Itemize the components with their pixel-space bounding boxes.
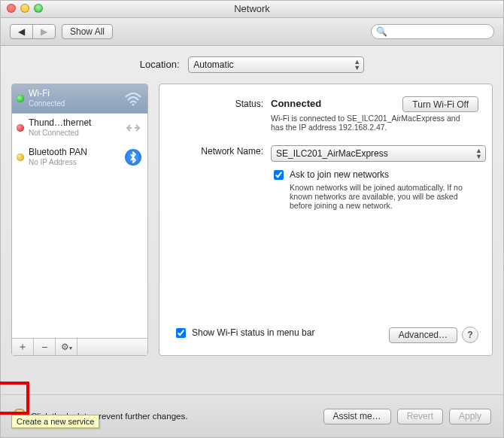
toolbar: ◀ ▶ Show All 🔍 bbox=[1, 18, 503, 46]
show-all-button[interactable]: Show All bbox=[62, 24, 113, 39]
network-name-label: Network Name: bbox=[173, 145, 263, 210]
wifi-icon bbox=[123, 89, 143, 108]
bluetooth-icon bbox=[123, 148, 143, 167]
sidebar-item-bluetooth-pan[interactable]: Bluetooth PAN No IP Address bbox=[12, 143, 147, 172]
status-description: Wi-Fi is connected to SE_ILC201_AirMacEx… bbox=[271, 114, 466, 132]
revert-button[interactable]: Revert bbox=[397, 409, 443, 424]
status-label: Status: bbox=[173, 98, 263, 132]
chevron-right-icon: ▶ bbox=[41, 26, 47, 37]
search-input[interactable] bbox=[390, 26, 497, 37]
add-service-button[interactable]: ＋ bbox=[12, 339, 34, 355]
menubar-check-row: Show Wi-Fi status in menu bar bbox=[173, 327, 314, 340]
content-area: Location: Automatic ▲▼ Wi-Fi Connected bbox=[1, 46, 503, 395]
service-actions-button[interactable]: ⚙▾ bbox=[56, 339, 77, 355]
minus-icon: − bbox=[41, 341, 47, 353]
plus-icon: ＋ bbox=[17, 340, 28, 354]
location-value: Automatic bbox=[193, 59, 233, 70]
sidebar-footer: ＋ − ⚙▾ bbox=[12, 338, 147, 355]
remove-service-button[interactable]: − bbox=[34, 339, 56, 355]
service-status: Not Connected bbox=[29, 128, 119, 138]
details-pane: Status: Connected Turn Wi-Fi Off Wi-Fi i… bbox=[159, 84, 493, 356]
window-controls bbox=[7, 4, 43, 13]
service-sidebar: Wi-Fi Connected Thund…thernet Not Connec… bbox=[11, 84, 148, 356]
service-status: Connected bbox=[29, 99, 119, 108]
nav-buttons: ◀ ▶ bbox=[10, 24, 56, 39]
updown-arrows-icon: ▲▼ bbox=[475, 148, 482, 160]
sidebar-item-wifi[interactable]: Wi-Fi Connected bbox=[12, 84, 147, 114]
updown-arrows-icon: ▲▼ bbox=[354, 59, 360, 71]
location-row: Location: Automatic ▲▼ bbox=[11, 53, 493, 84]
add-service-tooltip: Create a new service bbox=[11, 415, 99, 428]
titlebar: Network bbox=[1, 1, 503, 18]
gear-icon: ⚙▾ bbox=[61, 342, 72, 352]
window-title: Network bbox=[234, 3, 270, 14]
service-list: Wi-Fi Connected Thund…thernet Not Connec… bbox=[12, 84, 147, 339]
network-name-popup[interactable]: SE_ILC201_AirMacExpress ▲▼ bbox=[271, 145, 486, 162]
network-prefs-window: Network ◀ ▶ Show All 🔍 Location: Automat… bbox=[0, 0, 504, 438]
zoom-window-button[interactable] bbox=[34, 4, 43, 13]
service-name: Wi-Fi bbox=[29, 89, 119, 99]
service-name: Thund…thernet bbox=[29, 118, 119, 128]
ask-to-join-description: Known networks will be joined automatica… bbox=[290, 183, 478, 210]
status-value: Connected bbox=[271, 98, 321, 109]
turn-wifi-off-button[interactable]: Turn Wi-Fi Off bbox=[402, 96, 478, 112]
close-window-button[interactable] bbox=[7, 4, 16, 13]
back-button[interactable]: ◀ bbox=[10, 24, 33, 39]
status-dot-icon bbox=[17, 154, 24, 161]
location-popup[interactable]: Automatic ▲▼ bbox=[188, 56, 364, 73]
location-label: Location: bbox=[140, 59, 180, 70]
svg-point-0 bbox=[132, 104, 135, 106]
service-status: No IP Address bbox=[29, 157, 119, 167]
search-icon: 🔍 bbox=[376, 26, 387, 37]
help-button[interactable]: ? bbox=[462, 327, 478, 343]
sidebar-item-thunderbolt-ethernet[interactable]: Thund…thernet Not Connected bbox=[12, 114, 147, 143]
search-field[interactable]: 🔍 bbox=[371, 24, 494, 39]
status-dot-icon bbox=[17, 95, 24, 102]
show-in-menubar-label: Show Wi-Fi status in menu bar bbox=[192, 327, 314, 338]
help-icon: ? bbox=[467, 330, 472, 340]
service-name: Bluetooth PAN bbox=[29, 148, 119, 157]
status-dot-icon bbox=[17, 124, 24, 132]
minimize-window-button[interactable] bbox=[20, 4, 29, 13]
network-name-value: SE_ILC201_AirMacExpress bbox=[276, 148, 388, 159]
forward-button[interactable]: ▶ bbox=[32, 24, 56, 39]
apply-button[interactable]: Apply bbox=[449, 409, 491, 424]
advanced-button[interactable]: Advanced… bbox=[389, 327, 457, 343]
assist-me-button[interactable]: Assist me… bbox=[323, 409, 391, 424]
ethernet-icon bbox=[123, 118, 143, 138]
ask-to-join-checkbox[interactable] bbox=[274, 170, 284, 180]
show-in-menubar-checkbox[interactable] bbox=[176, 328, 186, 338]
ask-to-join-label: Ask to join new networks bbox=[290, 169, 478, 180]
chevron-left-icon: ◀ bbox=[18, 26, 25, 37]
